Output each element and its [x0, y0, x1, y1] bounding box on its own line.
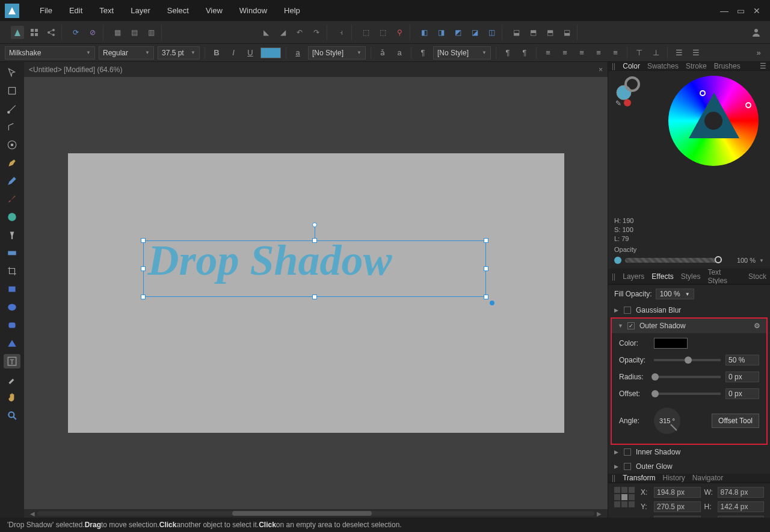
window-maximize[interactable]: ▭	[737, 6, 745, 16]
italic-button[interactable]: I	[227, 46, 240, 60]
fx-inner-shadow[interactable]: ▶ Inner Shadow	[608, 445, 770, 459]
scroll-left-icon[interactable]: ◀	[28, 510, 37, 517]
tab-effects[interactable]: Effects	[651, 272, 673, 281]
crop-tool-icon[interactable]	[4, 264, 20, 278]
menu-edit[interactable]: Edit	[61, 6, 91, 15]
rotate-left-icon[interactable]: ↶	[293, 26, 306, 39]
fx-offset-slider[interactable]	[654, 393, 721, 395]
toolbar-cancel-icon[interactable]: ⊘	[86, 26, 99, 39]
handle-tr[interactable]	[484, 238, 488, 243]
menu-layer[interactable]: Layer	[122, 6, 159, 15]
menu-window[interactable]: Window	[231, 6, 276, 15]
outer-shadow-checkbox[interactable]: ✓	[627, 322, 635, 329]
hand-tool-icon[interactable]	[4, 390, 20, 405]
text-color-swatch[interactable]	[260, 47, 281, 58]
tab-brushes[interactable]: Brushes	[714, 62, 741, 70]
fill-tool-icon[interactable]	[4, 210, 20, 224]
font-family-dropdown[interactable]: Milkshake▼	[5, 46, 95, 60]
tab-navigator[interactable]: Navigator	[692, 474, 723, 482]
eyedropper-small-icon[interactable]: ✎	[615, 99, 621, 108]
align-right-text-icon[interactable]: ≡	[575, 46, 588, 60]
align-left-text-icon[interactable]: ≡	[541, 46, 555, 60]
scroll-right-icon[interactable]: ▶	[594, 510, 604, 517]
boolean-sub-icon[interactable]: ◨	[434, 26, 448, 39]
bring-front-icon[interactable]: ⬓	[560, 26, 573, 39]
handle-bm[interactable]	[312, 295, 317, 299]
menu-select[interactable]: Select	[159, 6, 197, 15]
ellipse-tool-icon[interactable]	[4, 300, 20, 314]
node-tool-icon[interactable]	[4, 102, 20, 116]
account-icon[interactable]	[750, 26, 763, 39]
pilcrow1-icon[interactable]: ¶	[501, 46, 514, 60]
anchor-grid[interactable]	[614, 487, 635, 507]
tab-layers[interactable]: Layers	[623, 272, 644, 281]
align-justify2-icon[interactable]: ≡	[609, 46, 622, 60]
fill-opacity-dropdown[interactable]: 100 %▼	[656, 289, 694, 299]
panel-menu-icon[interactable]: ☰	[760, 62, 766, 70]
char-style-dropdown[interactable]: [No Style]▼	[308, 46, 366, 60]
triangle-picker-dot[interactable]	[700, 90, 706, 96]
char-a-button[interactable]: a	[291, 46, 304, 60]
rotation-handle[interactable]	[312, 222, 317, 227]
bring-forward-icon[interactable]: ⬒	[543, 26, 556, 39]
gear-icon[interactable]: ⚙	[754, 322, 760, 330]
rounded-rect-tool-icon[interactable]	[4, 318, 20, 332]
boolean-xor-icon[interactable]: ◪	[468, 26, 481, 39]
handle-mr[interactable]	[484, 266, 488, 271]
list-bullet-icon[interactable]: ☰	[673, 46, 686, 60]
fx-gaussian-blur[interactable]: ▶ Gaussian Blur	[608, 303, 770, 317]
artboard-tool-icon[interactable]	[4, 84, 20, 98]
boolean-int-icon[interactable]: ◩	[451, 26, 464, 39]
opacity-slider[interactable]	[625, 258, 722, 263]
transform-w-input[interactable]: 874.8 px	[718, 487, 765, 498]
transform-x-input[interactable]: 194.8 px	[654, 487, 701, 498]
typography2-icon[interactable]: a	[393, 46, 406, 60]
handle-ml[interactable]	[141, 266, 146, 271]
fx-offset-value[interactable]: 0 px	[725, 388, 759, 399]
flip-vertical-icon[interactable]: ◢	[276, 26, 289, 39]
pen-tool-icon[interactable]	[4, 156, 20, 170]
viewport[interactable]: Drop Shadow	[24, 77, 608, 509]
tab-color[interactable]: Color	[623, 62, 640, 70]
pencil-tool-icon[interactable]	[4, 174, 20, 188]
tab-stroke[interactable]: Stroke	[686, 62, 707, 70]
underline-button[interactable]: U	[244, 46, 257, 60]
menu-help[interactable]: Help	[276, 6, 309, 15]
send-back-icon[interactable]: ⬓	[510, 26, 523, 39]
glass-tool-icon[interactable]	[4, 228, 20, 242]
fill-stroke-swap-icon[interactable]	[615, 76, 644, 101]
toolbar-share-icon[interactable]	[45, 26, 58, 39]
fx-angle-dial[interactable]: 315 °	[654, 408, 680, 434]
align-left-icon[interactable]: ⫞	[334, 26, 348, 39]
font-size-dropdown[interactable]: 37.5 pt▼	[158, 46, 200, 60]
typography1-icon[interactable]: ǎ	[376, 46, 389, 60]
align-center-text-icon[interactable]: ≡	[558, 46, 571, 60]
anchor-point[interactable]	[490, 301, 494, 305]
toolbar-document-icon[interactable]	[11, 26, 24, 39]
valign-bottom-icon[interactable]: ⊥	[649, 46, 662, 60]
tab-swatches[interactable]: Swatches	[647, 62, 679, 70]
none-color-icon[interactable]	[624, 99, 631, 106]
tab-transform[interactable]: Transform	[623, 474, 655, 482]
window-minimize[interactable]: —	[720, 6, 728, 16]
list-number-icon[interactable]: ☰	[689, 46, 703, 60]
move-tool-icon[interactable]	[4, 66, 20, 80]
handle-tm[interactable]	[312, 238, 317, 243]
fx-opacity-slider[interactable]	[654, 359, 721, 361]
brush-tool-icon[interactable]	[4, 192, 20, 206]
menu-file[interactable]: File	[31, 6, 61, 15]
fx-radius-slider[interactable]	[654, 376, 721, 378]
text-object[interactable]: Drop Shadow	[143, 240, 486, 297]
handle-br[interactable]	[484, 295, 488, 299]
font-weight-dropdown[interactable]: Regular▼	[99, 46, 154, 60]
rectangle-tool-icon[interactable]	[4, 282, 20, 296]
opacity-value[interactable]: 100 %	[725, 257, 756, 264]
fx-outer-glow[interactable]: ▶ Outer Glow	[608, 459, 770, 474]
flip-horizontal-icon[interactable]: ◣	[259, 26, 273, 39]
transform-y-input[interactable]: 270.5 px	[654, 501, 701, 512]
fx-color-swatch[interactable]	[654, 338, 688, 349]
context-overflow-icon[interactable]: »	[752, 46, 765, 60]
document-tab-close-icon[interactable]: ×	[599, 66, 603, 74]
tab-text-styles[interactable]: Text Styles	[707, 268, 741, 285]
zoom-tool-icon[interactable]	[4, 408, 20, 423]
